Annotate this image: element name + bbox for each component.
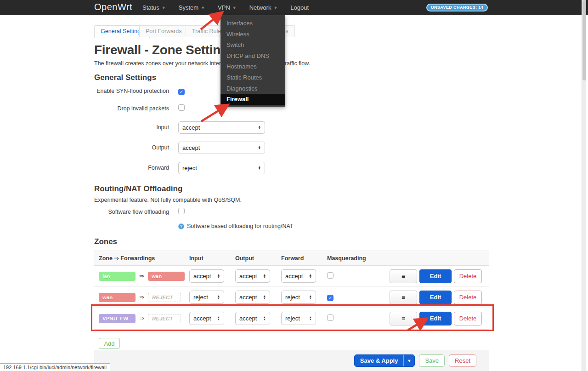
dropdown-item-firewall[interactable]: Firewall	[220, 94, 285, 105]
wan-masq-checkbox[interactable]	[327, 295, 334, 301]
input-select[interactable]: accept ▲▼	[178, 121, 265, 134]
form-row: Software flow offloading	[94, 203, 489, 221]
syn-flood-checkbox[interactable]	[178, 89, 185, 95]
vpnu-delete-button[interactable]: Delete	[454, 312, 482, 325]
wan-edit-button[interactable]: Edit	[419, 291, 452, 304]
syn-flood-label: Enable SYN-flood protection	[94, 88, 169, 94]
drop-invalid-checkbox[interactable]	[178, 104, 185, 111]
vpnu-output-select[interactable]: accept ▲▼	[235, 312, 270, 325]
browser-status-url: 192.169.1.1/cgi-bin/luci/admin/network/f…	[0, 363, 110, 371]
wan-output-select[interactable]: accept ▲▼	[235, 291, 270, 304]
vpnu-forward-select[interactable]: reject ▲▼	[281, 312, 316, 325]
stepper-icon: ▲▼	[263, 316, 266, 320]
chevron-down-icon: ▼	[162, 6, 166, 10]
add-zone-button[interactable]: Add	[99, 338, 120, 349]
flow-offloading-checkbox[interactable]	[178, 208, 185, 214]
reject-badge: REJECT	[148, 293, 181, 302]
stepper-icon: ▲▼	[217, 316, 220, 320]
save-apply-button[interactable]: Save & Apply	[355, 355, 404, 366]
zone-badge-wan: wan	[148, 272, 185, 281]
main-content: Firewall - Zone Settings The firewall cr…	[94, 43, 489, 349]
lan-forward-select[interactable]: accept ▲▼	[281, 269, 316, 283]
lan-output-select[interactable]: accept ▲▼	[235, 269, 270, 283]
form-row: Drop invalid packets	[94, 100, 489, 117]
stepper-icon: ▲▼	[258, 166, 261, 170]
scrollbar-thumb[interactable]	[582, 0, 586, 80]
offloading-help: ? Software based offloading for routing/…	[178, 222, 489, 231]
dropdown-item-static-routes[interactable]: Static Routes	[220, 72, 285, 83]
vpnu-sort-button[interactable]: ≡	[390, 312, 417, 325]
stepper-icon: ▲▼	[258, 126, 261, 130]
output-select[interactable]: accept ▲▼	[178, 142, 265, 154]
footer-action-bar: Save & Apply ▼ Save Reset	[94, 350, 489, 371]
forward-arrow-icon: ⇒	[139, 315, 144, 322]
stepper-icon: ▲▼	[309, 295, 312, 299]
dropdown-item-diagnostics[interactable]: Diagnostics	[220, 83, 285, 94]
nav-menu: Status ▼ System ▼ VPN ▼ Network ▼ Logout	[136, 0, 315, 15]
save-apply-split-button: Save & Apply ▼	[354, 354, 415, 367]
stepper-icon: ▲▼	[263, 295, 266, 299]
unsaved-changes-badge[interactable]: UNSAVED CHANGES: 14	[426, 4, 488, 11]
form-row: Enable SYN-flood protection	[94, 82, 489, 100]
forward-arrow-icon: ⇒	[139, 273, 144, 280]
zone-row-wan: wan ⇒ REJECT reject ▲▼ accept ▲▼ reject …	[94, 287, 489, 308]
wan-forward-select[interactable]: reject ▲▼	[281, 291, 316, 304]
dropdown-item-dhcp-dns[interactable]: DHCP and DNS	[220, 51, 285, 62]
stepper-icon: ▲▼	[217, 295, 220, 299]
form-row: Forward reject ▲▼	[94, 158, 489, 178]
vpnu-edit-button[interactable]: Edit	[419, 312, 452, 325]
dropdown-item-switch[interactable]: Switch	[220, 40, 285, 51]
reset-button[interactable]: Reset	[449, 354, 476, 367]
flow-offloading-label: Software flow offloading	[94, 209, 169, 215]
lan-input-select[interactable]: accept ▲▼	[189, 269, 224, 283]
nav-item-vpn[interactable]: VPN ▼	[211, 0, 243, 15]
zones-heading: Zones	[94, 237, 489, 246]
zone-badge-lan: lan	[99, 272, 136, 281]
dropdown-item-wireless[interactable]: Wireless	[220, 29, 285, 40]
wan-input-select[interactable]: reject ▲▼	[189, 291, 224, 304]
output-label: Output	[94, 144, 169, 151]
page-description: The firewall creates zones over your net…	[94, 60, 489, 67]
stepper-icon: ▲▼	[309, 316, 312, 320]
stepper-icon: ▲▼	[309, 274, 312, 278]
nav-item-status[interactable]: Status ▼	[136, 0, 172, 15]
zone-row-vpnu-fw: VPNU_FW ⇒ REJECT accept ▲▼ accept ▲▼ rej…	[94, 308, 489, 329]
top-navbar: OpenWrt Status ▼ System ▼ VPN ▼ Network …	[0, 0, 588, 15]
vpnu-masq-checkbox[interactable]	[327, 314, 334, 321]
col-input: Input	[185, 255, 231, 262]
firewall-tab-bar: General Settings Port Forwards Traffic R…	[94, 25, 489, 37]
nav-item-system[interactable]: System ▼	[172, 0, 211, 15]
dropdown-item-hostnames[interactable]: Hostnames	[220, 61, 285, 72]
network-dropdown-menu: Interfaces Wireless Switch DHCP and DNS …	[220, 15, 285, 107]
zone-badge-wan: wan	[99, 293, 136, 302]
zones-table: Zone ⇒ Forwardings Input Output Forward …	[94, 251, 489, 330]
wan-sort-button[interactable]: ≡	[390, 291, 417, 304]
lan-delete-button[interactable]: Delete	[454, 269, 482, 283]
general-settings-heading: General Settings	[94, 73, 489, 82]
drop-invalid-label: Drop invalid packets	[94, 105, 169, 112]
save-apply-caret-button[interactable]: ▼	[403, 355, 414, 366]
tab-port-forwards[interactable]: Port Forwards	[139, 25, 188, 37]
general-settings-form: Enable SYN-flood protection Drop invalid…	[94, 82, 489, 178]
zones-table-header: Zone ⇒ Forwardings Input Output Forward …	[94, 251, 489, 266]
lan-edit-button[interactable]: Edit	[419, 269, 452, 283]
stepper-icon: ▲▼	[217, 274, 220, 278]
wan-delete-button[interactable]: Delete	[454, 291, 482, 304]
lan-sort-button[interactable]: ≡	[390, 269, 417, 283]
col-forward: Forward	[277, 255, 322, 262]
save-button[interactable]: Save	[419, 354, 445, 367]
nav-item-logout[interactable]: Logout	[284, 0, 315, 15]
input-label: Input	[94, 124, 169, 131]
browser-scrollbar[interactable]	[582, 0, 586, 371]
forward-label: Forward	[94, 165, 169, 171]
offloading-heading: Routing/NAT Offloading	[94, 184, 489, 194]
vpnu-input-select[interactable]: accept ▲▼	[189, 312, 224, 325]
zone-badge-vpnu-fw: VPNU_FW	[99, 314, 136, 323]
nav-item-network[interactable]: Network ▼	[243, 0, 284, 15]
chevron-down-icon: ▼	[232, 6, 237, 10]
dropdown-item-interfaces[interactable]: Interfaces	[220, 18, 285, 29]
lan-masq-checkbox[interactable]	[327, 272, 334, 279]
forward-select[interactable]: reject ▲▼	[178, 162, 265, 174]
col-masquerading: Masquerading	[322, 255, 385, 262]
stepper-icon: ▲▼	[263, 274, 266, 278]
